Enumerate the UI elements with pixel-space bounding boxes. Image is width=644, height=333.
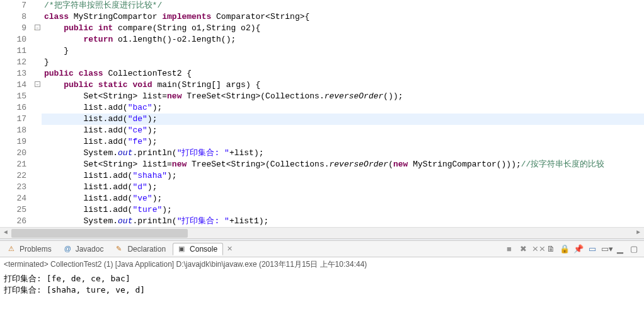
scroll-right-arrow-icon[interactable]: ► — [633, 228, 644, 239]
code-line[interactable]: 16 list.add("bac"); — [0, 102, 644, 114]
code-text[interactable]: System.out.println("打印集合: "+list); — [42, 148, 263, 159]
view-tab-label: Declaration — [127, 245, 166, 254]
code-text[interactable]: class MyStringCompartor implements Compa… — [42, 11, 309, 23]
minimize-icon[interactable]: ▁ — [615, 244, 625, 254]
fold-icon[interactable]: – — [35, 81, 40, 87]
line-number: 11 — [0, 45, 30, 57]
scroll-lock-icon[interactable]: 🔒 — [560, 244, 570, 254]
line-number: 17 — [0, 114, 30, 125]
code-text[interactable]: list.add("fe"); — [42, 136, 157, 148]
code-text[interactable]: public class CollectionTest2 { — [42, 68, 192, 79]
console-line: 打印集合: [shaha, ture, ve, d] — [4, 284, 640, 296]
gutter-marker — [30, 125, 42, 136]
console-icon: ▣ — [178, 245, 187, 254]
line-number: 21 — [0, 159, 30, 170]
clear-console-icon[interactable]: 🗎 — [546, 244, 556, 254]
console-toolbar: ■ ✖ ⨯⨯ 🗎 🔒 📌 ▭ ▭▾ ▁ ▢ — [504, 244, 641, 254]
line-number: 18 — [0, 125, 30, 136]
view-tab-console[interactable]: ▣Console — [173, 243, 223, 255]
fold-icon[interactable]: – — [35, 25, 40, 30]
gutter-marker — [30, 91, 42, 102]
view-tab-label: Console — [190, 245, 217, 254]
code-text[interactable]: Set<String> list1=new TreeSet<String>(Co… — [42, 159, 604, 170]
line-number: 9 — [0, 23, 30, 34]
problems-icon: ⚠ — [8, 245, 17, 254]
code-line[interactable]: 15 Set<String> list=new TreeSet<String>(… — [0, 91, 644, 102]
code-line[interactable]: 21 Set<String> list1=new TreeSet<String>… — [0, 159, 644, 170]
gutter-marker — [30, 182, 42, 193]
code-text[interactable]: public static void main(String[] args) { — [42, 79, 260, 91]
code-text[interactable]: } — [42, 57, 49, 68]
code-line[interactable]: 26 System.out.println("打印集合: "+list1); — [0, 216, 644, 227]
gutter-marker — [30, 204, 42, 216]
line-number: 23 — [0, 182, 30, 193]
line-number: 8 — [0, 11, 30, 23]
maximize-icon[interactable]: ▢ — [629, 244, 639, 254]
code-text[interactable]: list1.add("d"); — [42, 182, 157, 193]
code-text[interactable]: list.add("de"); — [42, 114, 157, 125]
code-text[interactable]: list.add("bac"); — [42, 102, 162, 114]
gutter-marker: △– — [30, 23, 42, 34]
gutter-marker: – — [30, 79, 42, 91]
code-line[interactable]: 18 list.add("ce"); — [0, 125, 644, 136]
code-text[interactable]: return o1.length()-o2.length(); — [42, 34, 236, 45]
declaration-icon: ✎ — [116, 245, 125, 254]
view-tab-javadoc[interactable]: @Javadoc — [59, 243, 110, 255]
code-line[interactable]: 24 list1.add("ve"); — [0, 193, 644, 204]
code-text[interactable]: list1.add("shaha"); — [42, 170, 177, 182]
code-line[interactable]: 19 list.add("fe"); — [0, 136, 644, 148]
view-tab-declaration[interactable]: ✎Declaration — [110, 243, 171, 255]
remove-launch-icon[interactable]: ✖ — [518, 244, 528, 254]
code-text[interactable]: } — [42, 45, 69, 57]
code-editor[interactable]: 7/*把字符串按照长度进行比较*/8class MyStringComparto… — [0, 0, 644, 227]
line-number: 15 — [0, 91, 30, 102]
code-text[interactable]: /*把字符串按照长度进行比较*/ — [42, 0, 162, 11]
code-line[interactable]: 14– public static void main(String[] arg… — [0, 79, 644, 91]
gutter-marker — [30, 34, 42, 45]
code-line[interactable]: 9△– public int compare(String o1,String … — [0, 23, 644, 34]
gutter-marker — [30, 216, 42, 227]
open-console-icon[interactable]: ▭▾ — [601, 244, 611, 254]
line-number: 10 — [0, 34, 30, 45]
code-text[interactable]: public int compare(String o1,String o2){ — [42, 23, 260, 34]
code-text[interactable]: list.add("ce"); — [42, 125, 157, 136]
code-line[interactable]: 25 list1.add("ture"); — [0, 204, 644, 216]
code-text[interactable]: System.out.println("打印集合: "+list1); — [42, 216, 268, 227]
scroll-thumb[interactable] — [11, 229, 188, 238]
line-number: 13 — [0, 68, 30, 79]
views-tabbar: ⚠Problems@Javadoc✎Declaration▣Console ✕ … — [0, 241, 644, 257]
line-number: 19 — [0, 136, 30, 148]
horizontal-scrollbar[interactable]: ◄ ► — [0, 227, 644, 238]
code-text[interactable]: Set<String> list=new TreeSet<String>(Col… — [42, 91, 403, 102]
line-number: 7 — [0, 0, 30, 11]
code-line[interactable]: 10 return o1.length()-o2.length(); — [0, 34, 644, 45]
code-line[interactable]: 11 } — [0, 45, 644, 57]
close-tab-icon[interactable]: ✕ — [227, 245, 233, 253]
code-text[interactable]: list1.add("ve"); — [42, 193, 162, 204]
gutter-marker — [30, 68, 42, 79]
gutter-marker — [30, 102, 42, 114]
display-console-icon[interactable]: ▭ — [587, 244, 597, 254]
code-line[interactable]: 22 list1.add("shaha"); — [0, 170, 644, 182]
remove-all-icon[interactable]: ⨯⨯ — [532, 244, 542, 254]
gutter-marker — [30, 193, 42, 204]
javadoc-icon: @ — [64, 245, 73, 254]
view-tab-problems[interactable]: ⚠Problems — [3, 243, 57, 255]
code-line[interactable]: 12} — [0, 57, 644, 68]
code-line[interactable]: 20 System.out.println("打印集合: "+list); — [0, 148, 644, 159]
pin-console-icon[interactable]: 📌 — [573, 244, 584, 254]
code-line[interactable]: 13public class CollectionTest2 { — [0, 68, 644, 79]
code-line[interactable]: 7/*把字符串按照长度进行比较*/ — [0, 0, 644, 11]
console-output[interactable]: 打印集合: [fe, de, ce, bac]打印集合: [shaha, tur… — [0, 272, 644, 297]
gutter-marker — [30, 114, 42, 125]
code-line[interactable]: 17 list.add("de"); — [0, 114, 644, 125]
scroll-left-arrow-icon[interactable]: ◄ — [0, 228, 11, 239]
view-tab-label: Problems — [20, 245, 52, 254]
code-text[interactable]: list1.add("ture"); — [42, 204, 172, 216]
line-number: 14 — [0, 79, 30, 91]
code-line[interactable]: 23 list1.add("d"); — [0, 182, 644, 193]
view-tab-label: Javadoc — [76, 245, 104, 254]
line-number: 16 — [0, 102, 30, 114]
terminate-icon[interactable]: ■ — [504, 244, 514, 254]
code-line[interactable]: 8class MyStringCompartor implements Comp… — [0, 11, 644, 23]
